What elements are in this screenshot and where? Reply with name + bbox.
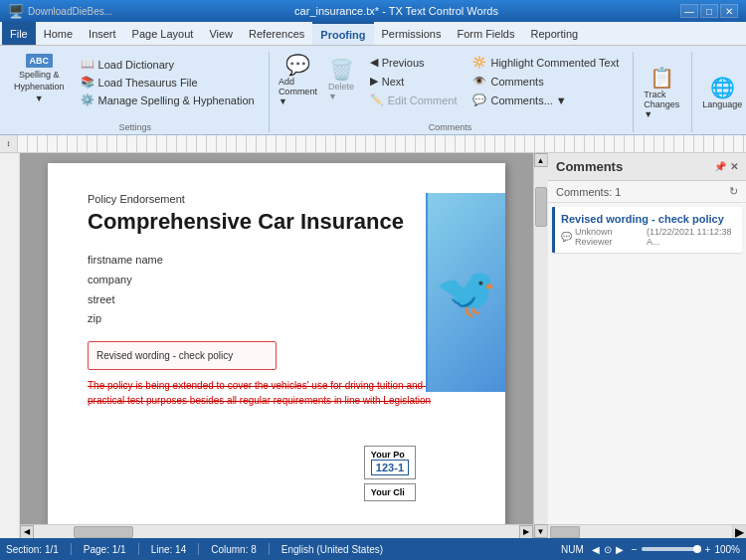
previous-label: Previous: [382, 57, 425, 69]
zoom-in-button[interactable]: +: [705, 544, 711, 555]
comment-item[interactable]: Revised wording - check policy 💬 Unknown…: [552, 207, 742, 253]
menu-page-layout[interactable]: Page Layout: [124, 22, 202, 45]
ribbon-group-track: 📋 TrackChanges ▼: [636, 52, 692, 132]
menu-file[interactable]: File: [2, 22, 36, 45]
show-comments-button[interactable]: 👁️ Comments: [466, 73, 625, 90]
title-bar: 🖥️ DownloadDieBes... car_insurance.tx* -…: [0, 0, 746, 22]
title-bar-controls: — □ ✕: [680, 4, 738, 18]
status-right: NUM ◀ ⊙ ▶ − + 100%: [561, 544, 740, 555]
vertical-scrollbar[interactable]: ▲ ▼: [533, 153, 547, 538]
add-comment-button[interactable]: 💬 AddComment ▼: [276, 52, 320, 107]
thesaurus-icon: 📚: [81, 76, 94, 89]
highlight-commented-label: Highlight Commented Text: [490, 57, 619, 69]
edit-comment-button[interactable]: ✏️ Edit Comment: [364, 92, 464, 108]
comments-count-label: Comments: 1: [556, 186, 621, 198]
nav-circle-icon: ⊙: [604, 544, 612, 555]
scroll-down-button[interactable]: ▼: [534, 524, 548, 538]
delete-comment-button[interactable]: 🗑️ Delete ▼: [324, 52, 360, 107]
menu-reporting[interactable]: Reporting: [522, 22, 586, 45]
doc-title: Comprehensive Car Insurance: [88, 209, 466, 235]
nav-right-icon[interactable]: ▶: [616, 544, 624, 555]
nav-left-icon[interactable]: ◀: [592, 544, 600, 555]
pin-icon[interactable]: 📌: [714, 161, 726, 172]
close-comments-icon[interactable]: ✕: [730, 161, 738, 172]
next-icon: ▶: [370, 75, 378, 88]
app-icon: 🖥️: [8, 4, 24, 19]
ribbon-group-spelling: ABC Spelling &Hyphenation ▼ 📖 Load Dicti…: [6, 52, 270, 132]
comments-count-bar: Comments: 1 ↻: [548, 181, 746, 203]
comment-timestamp: (11/22/2021 11:12:38 A...: [647, 227, 736, 247]
panel-h-scroll[interactable]: [548, 525, 732, 538]
comment-box-text: Revised wording - check policy: [96, 350, 268, 361]
left-margin: [0, 153, 20, 538]
dict-icon: 📖: [81, 58, 94, 71]
ribbon-group-comments: 💬 AddComment ▼ 🗑️ Delete ▼ ◀ Previous ▶ …: [272, 52, 635, 132]
load-dictionary-label: Load Dictionary: [98, 59, 174, 71]
load-thesaurus-label: Load Thesaurus File: [98, 77, 198, 89]
doc-blue-section: 🐦: [426, 193, 505, 392]
panel-scroll-handle[interactable]: [550, 526, 580, 538]
minimize-button[interactable]: —: [680, 4, 698, 18]
zoom-slider-fill: [642, 547, 701, 551]
policy-endorsement: Policy Endorsement: [88, 193, 466, 205]
scroll-handle-horizontal[interactable]: [74, 526, 133, 538]
field-company: company: [88, 271, 466, 290]
doc-fields: firstname name company street zip: [88, 251, 466, 329]
menu-proofing[interactable]: Proofing: [312, 22, 373, 45]
menu-references[interactable]: References: [241, 22, 312, 45]
highlight-commented-button[interactable]: 🔆 Highlight Commented Text: [466, 54, 625, 71]
zoom-out-button[interactable]: −: [632, 544, 638, 555]
menu-form-fields[interactable]: Form Fields: [449, 22, 522, 45]
scroll-right-button[interactable]: ▶: [519, 525, 533, 539]
settings-label: Settings: [10, 122, 261, 132]
comments-panel-header: Comments 📌 ✕: [548, 153, 746, 181]
document-scroll-area[interactable]: 🐦 Policy Endorsement Comprehensive Car I…: [20, 153, 533, 524]
zoom-slider-thumb[interactable]: [693, 545, 701, 553]
panel-scroll-right[interactable]: ▶: [732, 525, 746, 538]
menu-view[interactable]: View: [201, 22, 241, 45]
status-sep-3: [198, 543, 199, 555]
language-button[interactable]: 🌐 Language: [698, 65, 746, 120]
refresh-icon[interactable]: ↻: [729, 185, 738, 198]
spelling-hyphenation-button[interactable]: ABC Spelling &Hyphenation ▼: [10, 52, 69, 107]
scroll-track-horizontal[interactable]: [34, 525, 519, 539]
load-thesaurus-button[interactable]: 📚 Load Thesaurus File: [75, 74, 261, 91]
document: 🐦 Policy Endorsement Comprehensive Car I…: [48, 163, 505, 524]
scroll-up-button[interactable]: ▲: [534, 153, 548, 167]
comment-item-title: Revised wording - check policy: [561, 213, 736, 225]
track-changes-button[interactable]: 📋 TrackChanges ▼: [640, 65, 683, 120]
status-sep-2: [138, 543, 139, 555]
load-dictionary-button[interactable]: 📖 Load Dictionary: [75, 56, 261, 73]
maximize-button[interactable]: □: [700, 4, 718, 18]
comments-dropdown-button[interactable]: 💬 Comments... ▼: [466, 92, 625, 108]
status-language: English (United States): [281, 544, 383, 555]
zoom-slider[interactable]: [642, 547, 701, 551]
scroll-left-button[interactable]: ◀: [20, 525, 34, 539]
menu-bar: File Home Insert Page Layout View Refere…: [0, 22, 746, 46]
your-cli-label: Your Cli: [371, 487, 409, 497]
document-wrapper: 🐦 Policy Endorsement Comprehensive Car I…: [20, 153, 533, 538]
status-line: Line: 14: [151, 544, 187, 555]
status-bar: Section: 1/1 Page: 1/1 Line: 14 Column: …: [0, 538, 746, 560]
previous-button[interactable]: ◀ Previous: [364, 54, 464, 71]
app-name: DownloadDieBes...: [28, 6, 112, 17]
status-column: Column: 8: [211, 544, 257, 555]
scroll-handle-vertical[interactable]: [535, 187, 547, 227]
next-button[interactable]: ▶ Next: [364, 73, 464, 90]
menu-insert[interactable]: Insert: [81, 22, 124, 45]
ribbon-group-language: 🌐 Language: [694, 52, 746, 132]
show-comments-icon: 👁️: [472, 75, 486, 88]
menu-home[interactable]: Home: [36, 22, 81, 45]
status-nav-controls: ◀ ⊙ ▶: [592, 544, 624, 555]
highlight-icon: 🔆: [472, 56, 486, 69]
menu-permissions[interactable]: Permissions: [374, 22, 450, 45]
comment-item-meta: 💬 Unknown Reviewer (11/22/2021 11:12:38 …: [561, 227, 736, 247]
comments-title: Comments: [556, 159, 623, 174]
scroll-track-vertical[interactable]: [534, 167, 548, 524]
zoom-level: 100%: [714, 544, 740, 555]
comments-list: Revised wording - check policy 💬 Unknown…: [548, 203, 746, 524]
manage-spelling-label: Manage Spelling & Hyphenation: [98, 94, 255, 106]
horizontal-scrollbar[interactable]: ◀ ▶: [20, 524, 533, 538]
manage-spelling-button[interactable]: ⚙️ Manage Spelling & Hyphenation: [75, 92, 261, 108]
close-button[interactable]: ✕: [720, 4, 738, 18]
